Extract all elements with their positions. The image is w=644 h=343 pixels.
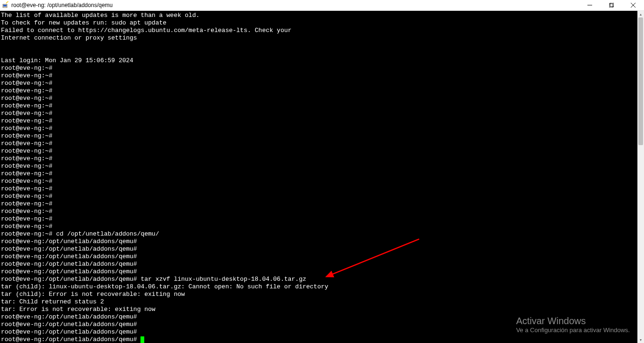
scrollbar[interactable]: ▴ ▾ (637, 11, 644, 343)
terminal-line: root@eve-ng:~# (1, 140, 637, 147)
terminal-line: root@eve-ng:~# (1, 155, 637, 163)
svg-rect-5 (609, 4, 613, 8)
titlebar[interactable]: root@eve-ng: /opt/unetlab/addons/qemu (0, 0, 644, 11)
terminal-line: root@eve-ng:~# (1, 193, 637, 200)
cursor-icon (140, 336, 144, 343)
scroll-down-arrow-icon[interactable]: ▾ (637, 336, 644, 343)
terminal-line: root@eve-ng:~# (1, 110, 637, 117)
watermark-subtitle: Ve a Configuración para activar Windows. (516, 327, 630, 334)
windows-activation-watermark: Activar Windows Ve a Configuración para … (516, 316, 630, 334)
scroll-track[interactable] (637, 17, 644, 336)
terminal-line: root@eve-ng:~# (1, 208, 637, 215)
terminal-line: root@eve-ng:~# (1, 72, 637, 80)
terminal-line: root@eve-ng:~# cd /opt/unetlab/addons/qe… (1, 230, 637, 238)
terminal-line: root@eve-ng:~# (1, 132, 637, 140)
terminal-line: root@eve-ng:/opt/unetlab/addons/qemu# (1, 238, 637, 245)
terminal-line: root@eve-ng:/opt/unetlab/addons/qemu# (1, 245, 637, 253)
putty-icon (2, 1, 9, 9)
terminal-line: root@eve-ng:~# (1, 170, 637, 178)
svg-rect-6 (610, 3, 614, 7)
terminal-line: root@eve-ng:/opt/unetlab/addons/qemu# ta… (1, 276, 637, 283)
terminal-line: root@eve-ng:~# (1, 178, 637, 185)
terminal-line (1, 49, 637, 57)
terminal-line: root@eve-ng:~# (1, 185, 637, 193)
terminal-line: Internet connection or proxy settings (1, 34, 637, 42)
scroll-thumb[interactable] (638, 17, 643, 145)
terminal-area[interactable]: The list of available updates is more th… (0, 11, 644, 343)
window-title: root@eve-ng: /opt/unetlab/addons/qemu (11, 2, 113, 8)
terminal-line: root@eve-ng:~# (1, 80, 637, 87)
terminal-line: root@eve-ng:~# (1, 65, 637, 72)
terminal-line: To check for new updates run: sudo apt u… (1, 19, 637, 27)
minimize-button[interactable] (579, 0, 601, 10)
terminal-line: root@eve-ng:~# (1, 117, 637, 125)
terminal-line: root@eve-ng:~# (1, 147, 637, 155)
terminal-output[interactable]: The list of available updates is more th… (0, 11, 637, 343)
close-button[interactable] (622, 0, 644, 10)
terminal-line: Failed to connect to https://changelogs.… (1, 27, 637, 34)
svg-rect-1 (3, 5, 7, 7)
window: root@eve-ng: /opt/unetlab/addons/qemu Th… (0, 0, 644, 343)
terminal-line: root@eve-ng:~# (1, 215, 637, 223)
terminal-line: root@eve-ng:~# (1, 223, 637, 230)
maximize-button[interactable] (601, 0, 622, 10)
terminal-line: tar: Child returned status 2 (1, 298, 637, 306)
terminal-line: tar (child): Error is not recoverable: e… (1, 291, 637, 298)
terminal-line: tar (child): linux-ubuntu-desktop-18.04.… (1, 283, 637, 291)
terminal-line: root@eve-ng:~# (1, 200, 637, 208)
terminal-line: tar: Error is not recoverable: exiting n… (1, 306, 637, 313)
window-controls (579, 0, 644, 10)
terminal-line: root@eve-ng:~# (1, 95, 637, 102)
terminal-line: root@eve-ng:/opt/unetlab/addons/qemu# (1, 268, 637, 276)
terminal-line: The list of available updates is more th… (1, 12, 637, 19)
terminal-line (1, 42, 637, 49)
scroll-up-arrow-icon[interactable]: ▴ (637, 11, 644, 17)
terminal-line: root@eve-ng:~# (1, 163, 637, 170)
terminal-line: root@eve-ng:/opt/unetlab/addons/qemu# (1, 261, 637, 268)
terminal-line: Last login: Mon Jan 29 15:06:59 2024 (1, 57, 637, 65)
terminal-line: root@eve-ng:~# (1, 87, 637, 95)
terminal-line: root@eve-ng:/opt/unetlab/addons/qemu# (1, 253, 637, 261)
terminal-line: root@eve-ng:~# (1, 102, 637, 110)
terminal-line: root@eve-ng:/opt/unetlab/addons/qemu# (1, 336, 637, 343)
watermark-title: Activar Windows (516, 316, 630, 327)
terminal-line: root@eve-ng:~# (1, 125, 637, 132)
